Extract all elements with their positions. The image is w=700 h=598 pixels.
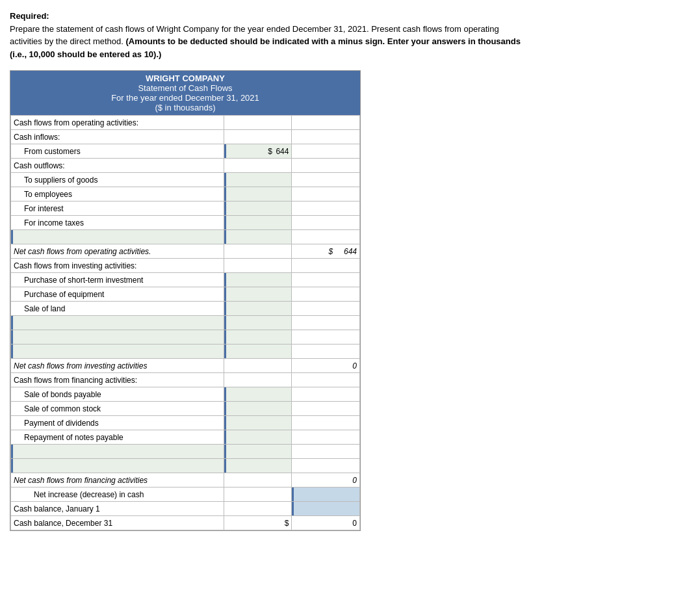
statement-container: WRIGHT COMPANY Statement of Cash Flows F… bbox=[10, 70, 361, 531]
sale-land-row: Sale of land bbox=[11, 302, 360, 316]
for-interest-row: For interest bbox=[11, 202, 360, 216]
net-operating-row: Net cash flows from operating activities… bbox=[11, 244, 360, 259]
sale-bonds-label: Sale of bonds payable bbox=[11, 387, 224, 402]
purchase-equipment-row: Purchase of equipment bbox=[11, 287, 360, 302]
purchase-short-term-row: Purchase of short-term investment bbox=[11, 273, 360, 287]
net-increase-label: Net increase (decrease) in cash bbox=[11, 488, 224, 502]
cash-inflows-label: Cash inflows: bbox=[11, 130, 224, 144]
to-suppliers-row: To suppliers of goods bbox=[11, 173, 360, 187]
purchase-equipment-label: Purchase of equipment bbox=[11, 287, 224, 302]
purchase-equipment-input[interactable] bbox=[224, 287, 292, 302]
investing-blank-row-2 bbox=[11, 330, 360, 344]
sale-bonds-row: Sale of bonds payable bbox=[11, 387, 360, 402]
investing-section-label: Cash flows from investing activities: bbox=[11, 259, 224, 273]
to-employees-row: To employees bbox=[11, 187, 360, 202]
cash-outflows-label: Cash outflows: bbox=[11, 159, 224, 173]
net-operating-dollar: $ bbox=[329, 247, 333, 256]
financing-extra-amount-2[interactable] bbox=[224, 459, 292, 473]
investing-blank-row-3 bbox=[11, 344, 360, 359]
cash-balance-dec-dollar: $ bbox=[224, 516, 292, 530]
investing-extra-amount-2[interactable] bbox=[224, 330, 292, 344]
payment-dividends-input[interactable] bbox=[224, 416, 292, 430]
cash-balance-dec-dollar-sign: $ bbox=[285, 519, 289, 528]
sale-land-label: Sale of land bbox=[11, 302, 224, 316]
financing-header-row: Cash flows from financing activities: bbox=[11, 373, 360, 387]
financing-blank-row-2 bbox=[11, 459, 360, 473]
sale-land-input[interactable] bbox=[224, 302, 292, 316]
repayment-notes-label: Repayment of notes payable bbox=[11, 430, 224, 445]
net-financing-label: Net cash flows from financing activities bbox=[11, 473, 224, 488]
investing-header-row: Cash flows from investing activities: bbox=[11, 259, 360, 273]
net-increase-input[interactable] bbox=[292, 488, 360, 502]
sale-common-row: Sale of common stock bbox=[11, 402, 360, 416]
from-customers-input[interactable]: $ 644 bbox=[224, 144, 292, 159]
net-operating-label: Net cash flows from operating activities… bbox=[11, 244, 224, 259]
investing-extra-amount-1[interactable] bbox=[224, 316, 292, 330]
header-section: WRIGHT COMPANY Statement of Cash Flows F… bbox=[10, 71, 360, 115]
investing-blank-row-1 bbox=[11, 316, 360, 330]
purchase-short-term-input[interactable] bbox=[224, 273, 292, 287]
from-customers-row: From customers $ 644 bbox=[11, 144, 360, 159]
operating-extra-input-amount[interactable] bbox=[224, 230, 292, 244]
sale-common-label: Sale of common stock bbox=[11, 402, 224, 416]
cash-outflows-row: Cash outflows: bbox=[11, 159, 360, 173]
from-customers-label: From customers bbox=[11, 144, 224, 159]
financing-extra-label-2[interactable] bbox=[11, 459, 224, 473]
date-line: For the year ended December 31, 2021 bbox=[10, 93, 360, 103]
required-label: Required: bbox=[10, 11, 49, 21]
net-increase-row: Net increase (decrease) in cash bbox=[11, 488, 360, 502]
sale-common-input[interactable] bbox=[224, 402, 292, 416]
payment-dividends-row: Payment of dividends bbox=[11, 416, 360, 430]
to-suppliers-input[interactable] bbox=[224, 173, 292, 187]
operating-blank-row bbox=[11, 230, 360, 244]
net-operating-total: $ 644 bbox=[292, 244, 360, 259]
investing-extra-label-1[interactable] bbox=[11, 316, 224, 330]
repayment-notes-input[interactable] bbox=[224, 430, 292, 445]
financing-blank-row-1 bbox=[11, 445, 360, 459]
for-interest-label: For interest bbox=[11, 202, 224, 216]
for-income-taxes-label: For income taxes bbox=[11, 216, 224, 230]
financing-extra-label-1[interactable] bbox=[11, 445, 224, 459]
operating-header-row: Cash flows from operating activities: bbox=[11, 116, 360, 130]
cash-balance-dec-row: Cash balance, December 31 $ 0 bbox=[11, 516, 360, 530]
purchase-short-term-label: Purchase of short-term investment bbox=[11, 273, 224, 287]
net-financing-value: 0 bbox=[292, 473, 360, 488]
investing-extra-label-3[interactable] bbox=[11, 344, 224, 359]
cash-flow-table: Cash flows from operating activities: Ca… bbox=[10, 115, 360, 530]
from-customers-value: 644 bbox=[276, 147, 289, 156]
payment-dividends-label: Payment of dividends bbox=[11, 416, 224, 430]
net-investing-label: Net cash flows from investing activities bbox=[11, 359, 224, 373]
financing-section-label: Cash flows from financing activities: bbox=[11, 373, 224, 387]
for-income-taxes-row: For income taxes bbox=[11, 216, 360, 230]
for-interest-input[interactable] bbox=[224, 202, 292, 216]
cash-balance-dec-label: Cash balance, December 31 bbox=[11, 516, 224, 530]
cash-balance-dec-value: 0 bbox=[292, 516, 360, 530]
operating-section-label: Cash flows from operating activities: bbox=[11, 116, 224, 130]
investing-extra-label-2[interactable] bbox=[11, 330, 224, 344]
for-income-taxes-input[interactable] bbox=[224, 216, 292, 230]
cash-inflows-row: Cash inflows: bbox=[11, 130, 360, 144]
unit-line: ($ in thousands) bbox=[10, 103, 360, 112]
net-investing-value: 0 bbox=[292, 359, 360, 373]
statement-title: Statement of Cash Flows bbox=[10, 83, 360, 93]
cash-balance-jan-label: Cash balance, January 1 bbox=[11, 502, 224, 516]
to-employees-input[interactable] bbox=[224, 187, 292, 202]
net-investing-row: Net cash flows from investing activities… bbox=[11, 359, 360, 373]
to-suppliers-label: To suppliers of goods bbox=[11, 173, 224, 187]
cash-balance-jan-input[interactable] bbox=[292, 502, 360, 516]
operating-extra-input-label[interactable] bbox=[11, 230, 224, 244]
from-customers-dollar: $ bbox=[268, 147, 272, 156]
to-employees-label: To employees bbox=[11, 187, 224, 202]
net-operating-value: 644 bbox=[344, 247, 357, 256]
cash-balance-jan-row: Cash balance, January 1 bbox=[11, 502, 360, 516]
required-section: Required: Prepare the statement of cash … bbox=[10, 10, 690, 60]
repayment-notes-row: Repayment of notes payable bbox=[11, 430, 360, 445]
financing-extra-amount-1[interactable] bbox=[224, 445, 292, 459]
company-name: WRIGHT COMPANY bbox=[10, 73, 360, 83]
sale-bonds-input[interactable] bbox=[224, 387, 292, 402]
net-financing-row: Net cash flows from financing activities… bbox=[11, 473, 360, 488]
investing-extra-amount-3[interactable] bbox=[224, 344, 292, 359]
